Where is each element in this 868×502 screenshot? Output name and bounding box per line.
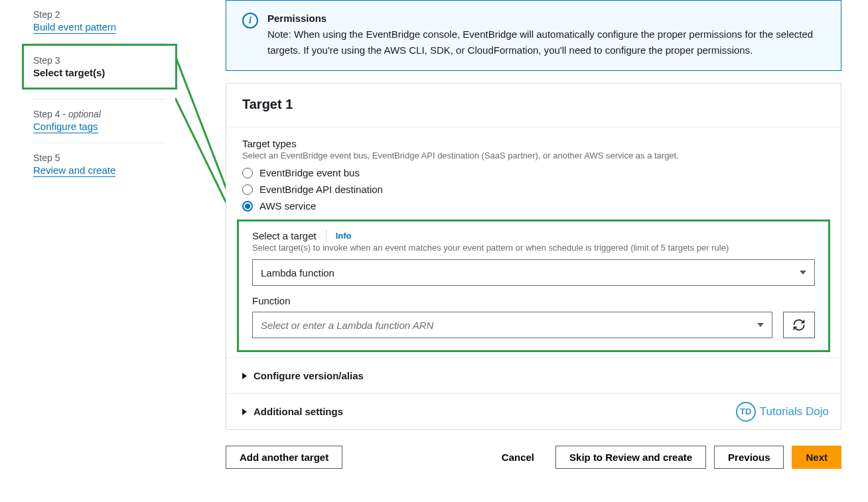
target-types-label: Target types <box>242 138 825 149</box>
function-select[interactable]: Select or enter a Lambda function ARN <box>252 312 772 338</box>
wizard-step-4[interactable]: Step 4 - optional Configure tags <box>33 99 166 143</box>
wizard-step-5[interactable]: Step 5 Review and create <box>33 143 166 186</box>
td-logo-icon: TD <box>736 402 756 422</box>
divider <box>326 229 326 241</box>
info-link[interactable]: Info <box>336 231 352 241</box>
expand-label: Configure version/alias <box>253 370 364 381</box>
radio-label: EventBridge API destination <box>259 184 383 195</box>
expand-additional-settings[interactable]: Additional settings TD Tutorials Dojo <box>226 393 841 429</box>
function-placeholder: Select or enter a Lambda function ARN <box>261 320 433 331</box>
target-card: Target 1 Target types Select an EventBri… <box>226 83 841 430</box>
chevron-down-icon <box>800 271 806 275</box>
step-current-title: Select target(s) <box>33 67 166 78</box>
step-link-build-event-pattern[interactable]: Build event pattern <box>33 21 116 34</box>
select-target-desc: Select target(s) to invoke when an event… <box>252 243 815 253</box>
radio-icon <box>242 184 253 195</box>
cancel-button[interactable]: Cancel <box>488 446 547 468</box>
permissions-info-box: i Permissions Note: When using the Event… <box>226 0 841 71</box>
radio-icon <box>242 168 253 178</box>
wizard-sidebar: Step 2 Build event pattern Step 3 Select… <box>0 0 226 502</box>
target-select-value: Lambda function <box>261 267 334 279</box>
expand-configure-version-alias[interactable]: Configure version/alias <box>226 357 841 393</box>
main-panel: i Permissions Note: When using the Event… <box>226 0 868 502</box>
radio-icon <box>242 201 253 212</box>
refresh-icon <box>792 318 806 332</box>
skip-button[interactable]: Skip to Review and create <box>555 446 706 469</box>
step-link-review-create[interactable]: Review and create <box>33 164 115 177</box>
footer-actions: Add another target Cancel Skip to Review… <box>226 446 841 469</box>
step-number: Step 2 <box>33 9 166 20</box>
step-number: Step 4 - optional <box>33 109 166 119</box>
refresh-button[interactable] <box>783 312 815 338</box>
function-label: Function <box>252 295 815 306</box>
target-types-desc: Select an EventBridge event bus, EventBr… <box>242 151 825 160</box>
step-number: Step 5 <box>33 153 166 163</box>
target-select[interactable]: Lambda function <box>252 259 815 286</box>
info-icon: i <box>242 13 258 29</box>
radio-eventbridge-api-destination[interactable]: EventBridge API destination <box>242 184 825 195</box>
radio-label: EventBridge event bus <box>259 167 360 178</box>
wizard-step-2[interactable]: Step 2 Build event pattern <box>33 0 166 44</box>
target-title: Target 1 <box>242 97 825 112</box>
caret-right-icon <box>242 408 247 415</box>
radio-eventbridge-event-bus[interactable]: EventBridge event bus <box>242 167 825 178</box>
info-title: Permissions <box>267 13 825 24</box>
expand-label: Additional settings <box>253 406 343 417</box>
wizard-step-3-current: Step 3 Select target(s) <box>22 44 177 90</box>
select-target-block: Select a target Info Select target(s) to… <box>237 220 830 352</box>
info-text: Note: When using the EventBridge console… <box>267 27 825 58</box>
radio-label: AWS service <box>259 200 316 212</box>
add-another-target-button[interactable]: Add another target <box>226 446 342 469</box>
next-button[interactable]: Next <box>792 446 841 469</box>
tutorials-dojo-logo: TD Tutorials Dojo <box>736 402 829 422</box>
caret-right-icon <box>242 373 247 379</box>
previous-button[interactable]: Previous <box>714 446 784 469</box>
step-number: Step 3 <box>33 55 166 66</box>
td-logo-text: Tutorials Dojo <box>760 405 829 418</box>
step-link-configure-tags[interactable]: Configure tags <box>33 121 98 133</box>
radio-aws-service[interactable]: AWS service <box>242 200 825 212</box>
select-target-label: Select a target <box>252 230 317 241</box>
chevron-down-icon <box>757 323 764 327</box>
